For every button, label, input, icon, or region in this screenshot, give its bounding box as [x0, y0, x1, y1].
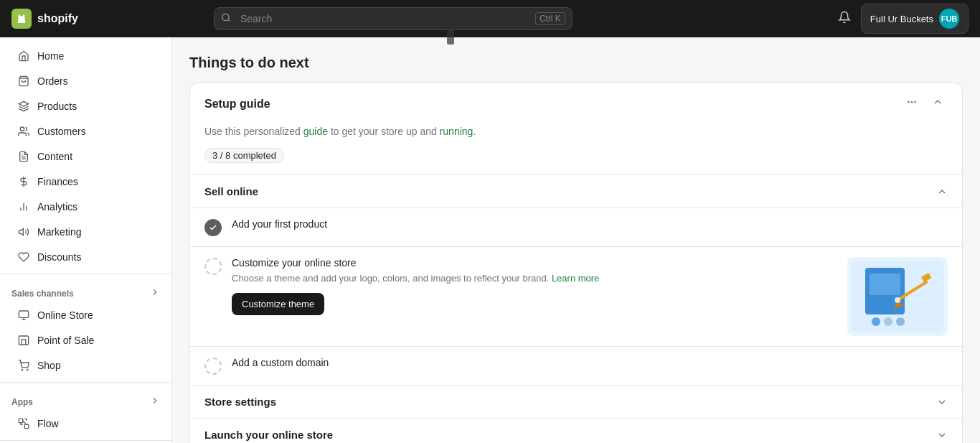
sidebar-item-finances[interactable]: Finances — [6, 169, 166, 194]
svg-point-33 — [896, 317, 905, 326]
sidebar-item-label: Content — [37, 151, 72, 162]
store-settings-chevron-icon — [936, 396, 948, 408]
task-title-customize: Customize your online store — [232, 257, 837, 269]
content-icon — [17, 150, 30, 163]
sidebar-item-customers[interactable]: Customers — [6, 119, 166, 144]
notifications-button[interactable] — [835, 8, 854, 30]
topnav-right: Full Ur Buckets FUB — [835, 4, 969, 34]
svg-point-32 — [884, 317, 892, 326]
setup-guide-title: Setup guide — [204, 98, 270, 111]
task-content-add-product: Add your first product — [232, 218, 948, 233]
pos-icon — [17, 334, 30, 347]
svg-point-0 — [222, 14, 229, 20]
shop-icon — [17, 359, 30, 372]
running-link[interactable]: running. — [440, 126, 476, 137]
page-title: Things to do next — [189, 55, 963, 71]
products-icon — [17, 100, 30, 113]
sidebar-item-marketing[interactable]: Marketing — [6, 220, 166, 244]
avatar: FUB — [939, 9, 959, 29]
launch-title: Launch your online store — [204, 429, 333, 441]
svg-rect-12 — [19, 311, 28, 317]
sidebar-item-flow[interactable]: Flow — [6, 411, 166, 436]
finances-icon — [17, 175, 30, 188]
sidebar-item-point-of-sale[interactable]: Point of Sale — [6, 328, 166, 353]
sidebar-item-orders[interactable]: Orders — [6, 69, 166, 93]
setup-guide-header: Setup guide — [190, 83, 962, 124]
customize-theme-button[interactable]: Customize theme — [232, 293, 324, 315]
sidebar-item-label: Marketing — [37, 226, 81, 238]
customize-illustration — [847, 257, 948, 336]
sell-online-section-header[interactable]: Sell online — [190, 174, 962, 207]
sidebar-item-label: Products — [37, 101, 77, 112]
sidebar-item-label: Orders — [37, 75, 68, 87]
sell-online-chevron-icon — [936, 186, 948, 197]
svg-line-1 — [228, 19, 230, 22]
sidebar-item-label: Customers — [37, 126, 86, 137]
launch-section-header[interactable]: Launch your online store — [190, 418, 962, 443]
svg-point-24 — [914, 101, 916, 103]
setup-guide-card: Setup guide Use this personalized guide … — [189, 83, 963, 443]
task-desc-customize: Choose a theme and add your logo, colors… — [232, 271, 837, 286]
task-check-completed — [204, 219, 222, 236]
sidebar-divider-2 — [0, 382, 171, 383]
shopify-bag-icon — [11, 9, 32, 29]
search-input[interactable] — [214, 7, 573, 30]
setup-header-actions — [902, 95, 948, 113]
sell-online-title: Sell online — [204, 185, 258, 197]
sidebar-item-label: Flow — [37, 418, 59, 429]
logo-text: shopify — [37, 12, 78, 25]
sidebar-item-shop[interactable]: Shop — [6, 353, 166, 378]
online-store-icon — [17, 309, 30, 322]
task-check-domain — [204, 358, 222, 375]
sidebar-item-products[interactable]: Products — [6, 94, 166, 118]
launch-chevron-icon — [936, 429, 948, 441]
marketing-icon — [17, 225, 30, 238]
sidebar-item-label: Discounts — [37, 251, 81, 263]
task-add-product[interactable]: Add your first product — [190, 207, 962, 246]
flow-icon — [17, 417, 30, 430]
guide-link[interactable]: guide — [303, 126, 328, 137]
orders-icon — [17, 75, 30, 88]
task-content-customize: Customize your online store Choose a the… — [232, 257, 837, 315]
search-bar: Ctrl K — [214, 7, 573, 30]
task-title-domain: Add a custom domain — [232, 357, 948, 368]
sidebar-item-discounts[interactable]: Discounts — [6, 245, 166, 269]
task-customize-store[interactable]: Customize your online store Choose a the… — [190, 246, 962, 346]
svg-point-31 — [872, 317, 880, 326]
expand-sales-channels-icon[interactable] — [150, 287, 160, 299]
svg-rect-27 — [870, 274, 900, 295]
task-check-customize — [204, 258, 222, 275]
setup-guide-more-button[interactable] — [902, 95, 922, 113]
expand-apps-icon[interactable] — [150, 396, 160, 408]
learn-more-link[interactable]: Learn more — [552, 273, 599, 284]
task-content-domain: Add a custom domain — [232, 357, 948, 371]
progress-text: 3 / 8 completed — [212, 150, 276, 161]
home-icon — [17, 50, 30, 62]
store-settings-section-header[interactable]: Store settings — [190, 385, 962, 418]
setup-guide-collapse-button[interactable] — [928, 95, 948, 113]
sidebar-divider-3 — [0, 440, 171, 441]
discounts-icon — [17, 251, 30, 264]
sidebar-item-label: Shop — [37, 360, 61, 371]
sales-channels-section: Sales channels — [0, 279, 171, 302]
search-icon — [221, 13, 231, 25]
svg-point-22 — [908, 101, 910, 103]
svg-marker-11 — [19, 228, 23, 235]
sidebar-item-label: Point of Sale — [37, 335, 94, 346]
page-layout: Home Orders Products Customers Content — [0, 37, 980, 443]
svg-rect-19 — [24, 424, 28, 428]
store-button[interactable]: Full Ur Buckets FUB — [861, 4, 969, 34]
top-navigation: shopify Ctrl K Full Ur Buckets FUB — [0, 0, 980, 37]
sidebar-item-online-store[interactable]: Online Store — [6, 303, 166, 327]
apps-section: Apps — [0, 387, 171, 411]
search-shortcut: Ctrl K — [535, 12, 565, 25]
sidebar-item-analytics[interactable]: Analytics — [6, 195, 166, 219]
sidebar: Home Orders Products Customers Content — [0, 37, 172, 443]
sidebar-item-home[interactable]: Home — [6, 44, 166, 68]
setup-guide-description: Use this personalized guide to get your … — [190, 124, 962, 148]
sidebar-item-content[interactable]: Content — [6, 144, 166, 169]
task-custom-domain[interactable]: Add a custom domain — [190, 346, 962, 385]
customers-icon — [17, 125, 30, 138]
sidebar-item-label: Finances — [37, 176, 78, 187]
store-name: Full Ur Buckets — [870, 14, 933, 24]
